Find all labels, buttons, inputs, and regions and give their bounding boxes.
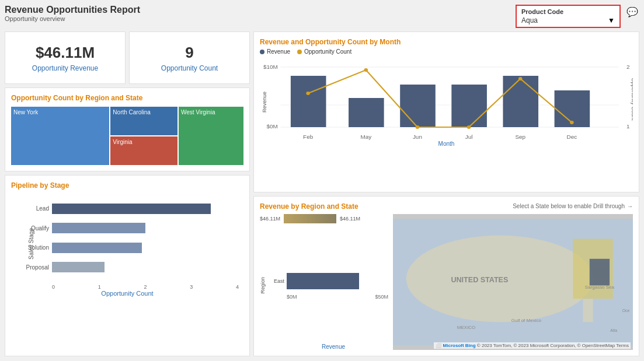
- drill-through[interactable]: Select a State below to enable Drill thr…: [513, 203, 633, 209]
- svg-text:$0M: $0M: [267, 123, 278, 129]
- svg-point-13: [306, 92, 310, 95]
- svg-rect-30: [590, 258, 610, 285]
- right-panel: Revenue and Opportunity Count by Month R…: [253, 31, 639, 356]
- treemap-cell-virginia[interactable]: Virginia: [110, 136, 177, 165]
- svg-text:Dec: Dec: [567, 134, 577, 139]
- treemap-label-northcarolina: North Carolina: [113, 109, 150, 115]
- region-title: Revenue by Region and State: [260, 202, 358, 211]
- range-min: $46.11M: [260, 216, 280, 222]
- revenue-chart-card: Revenue and Opportunity Count by Month R…: [253, 31, 639, 192]
- filter-value: Aqua: [521, 16, 538, 24]
- treemap[interactable]: New York North Carolina Virginia West Vi…: [11, 107, 243, 165]
- range-max: $46.11M: [340, 216, 360, 222]
- region-x-ticks: $0M $50M: [287, 294, 388, 300]
- revenue-chart-svg: $10M $0M 2 1: [260, 58, 633, 146]
- legend-opcount-dot: [297, 50, 302, 54]
- legend-revenue: Revenue: [260, 48, 290, 55]
- bar-fill-solution: [52, 243, 142, 253]
- svg-point-14: [364, 68, 368, 72]
- region-bar-east-label: East: [268, 278, 284, 284]
- svg-text:Jul: Jul: [465, 134, 473, 139]
- pipeline-bar-qualify[interactable]: Qualify: [52, 222, 239, 234]
- treemap-label-virginia: Virginia: [113, 139, 132, 145]
- svg-rect-8: [349, 98, 384, 127]
- bar-fill-proposal: [52, 262, 105, 272]
- chat-icon[interactable]: 💬: [625, 5, 639, 19]
- revenue-label: Opportunity Revenue: [32, 64, 98, 72]
- attribution-text: © 2023 TomTom, © 2023 Microsoft Corporat…: [477, 343, 629, 348]
- map-svg: UNITED STATES Gulf of Mexico MEXICO Sarg…: [393, 214, 633, 351]
- svg-text:Sargasso Sea: Sargasso Sea: [585, 285, 615, 290]
- region-x-title: Revenue: [279, 344, 388, 350]
- top-bar: Revenue Opportunities Report Opportunity…: [5, 5, 639, 28]
- page-title: Revenue Opportunities Report: [5, 5, 140, 15]
- revenue-chart-area: $10M $0M 2 1: [260, 58, 633, 146]
- svg-point-17: [518, 77, 523, 80]
- product-code-filter[interactable]: Product Code Aqua ▼: [516, 5, 621, 28]
- bing-logo: ⬜ Microsoft Bing: [436, 343, 475, 348]
- gradient-bar: [284, 214, 336, 223]
- treemap-label-westvirginia: West Virginia: [181, 109, 215, 115]
- svg-text:MEXICO: MEXICO: [457, 324, 476, 330]
- legend-revenue-label: Revenue: [267, 48, 290, 55]
- chart-legend: Revenue Opportunity Count: [260, 48, 633, 55]
- month-label: Month: [438, 141, 455, 147]
- filter-label: Product Code: [521, 8, 615, 15]
- bar-label-lead: Lead: [20, 205, 49, 212]
- region-bar-east[interactable]: East: [268, 273, 388, 289]
- svg-point-15: [416, 125, 420, 129]
- pipeline-bar-solution[interactable]: Solution: [52, 241, 239, 254]
- region-bars: East $0M $50M: [268, 227, 388, 344]
- treemap-title: Opportunity Count by Region and State: [11, 94, 243, 102]
- region-content: $46.11M $46.11M Region East: [260, 214, 633, 351]
- revenue-kpi-card: $46.11M Opportunity Revenue: [5, 31, 126, 84]
- bar-label-solution: Solution: [20, 244, 49, 251]
- region-y-title: Region: [260, 227, 266, 344]
- pipeline-title: Pipeline by Stage: [11, 181, 243, 190]
- filter-select[interactable]: Aqua ▼: [521, 15, 615, 24]
- svg-text:Gulf of Mexico: Gulf of Mexico: [511, 318, 542, 323]
- region-map-card: Revenue by Region and State Select a Sta…: [253, 196, 639, 357]
- treemap-cell-westvirginia[interactable]: West Virginia: [179, 107, 243, 165]
- region-chart-inner: Region East $0M $50M: [260, 227, 388, 344]
- title-section: Revenue Opportunities Report Opportunity…: [5, 5, 140, 22]
- svg-text:UNITED STATES: UNITED STATES: [451, 275, 509, 283]
- count-kpi-card: 9 Opportunity Count: [129, 31, 250, 84]
- revenue-value: $46.11M: [36, 44, 95, 62]
- svg-text:Oce: Oce: [622, 309, 630, 313]
- count-label: Opportunity Count: [161, 64, 218, 72]
- treemap-cell-newyork[interactable]: New York: [11, 107, 109, 165]
- svg-text:Atla: Atla: [610, 328, 617, 332]
- bar-label-qualify: Qualify: [20, 225, 49, 232]
- region-bar-section: $46.11M $46.11M Region East: [260, 214, 388, 351]
- pipeline-bar-lead[interactable]: Lead: [52, 202, 239, 215]
- pipeline-card: Pipeline by Stage Sales Stage Lead Quali…: [5, 175, 250, 356]
- svg-point-18: [570, 121, 574, 124]
- svg-rect-9: [400, 85, 436, 127]
- pipeline-bar-proposal[interactable]: Proposal: [52, 261, 239, 274]
- svg-rect-10: [451, 85, 487, 127]
- legend-opcount: Opportunity Count: [297, 48, 351, 55]
- drill-through-label: Select a State below to enable Drill thr…: [513, 203, 625, 209]
- svg-text:1: 1: [626, 123, 630, 129]
- chevron-down-icon: ▼: [608, 16, 615, 24]
- svg-text:Jun: Jun: [413, 134, 422, 139]
- main-content: $46.11M Opportunity Revenue 9 Opportunit…: [5, 31, 639, 356]
- svg-point-16: [467, 125, 471, 129]
- svg-text:Opportunity Count: Opportunity Count: [631, 78, 633, 121]
- arrow-right-icon: →: [627, 203, 633, 209]
- dashboard: Revenue Opportunities Report Opportunity…: [0, 0, 644, 361]
- treemap-label-newyork: New York: [13, 109, 38, 115]
- map-area: UNITED STATES Gulf of Mexico MEXICO Sarg…: [393, 214, 633, 351]
- treemap-cell-northcarolina[interactable]: North Carolina: [110, 107, 177, 135]
- region-bar-east-fill: [287, 273, 359, 289]
- svg-rect-11: [503, 76, 538, 127]
- revenue-chart-title: Revenue and Opportunity Count by Month: [260, 38, 633, 46]
- pipeline-y-title: Sales Stage: [28, 228, 34, 260]
- pipeline-x-ticks: 0 1 2 3 4: [52, 284, 239, 290]
- pipeline-bars: Lead Qualify Solution: [52, 199, 239, 277]
- svg-rect-7: [291, 76, 326, 127]
- svg-rect-31: [583, 299, 593, 322]
- map-attribution: ⬜ Microsoft Bing © 2023 TomTom, © 2023 M…: [434, 342, 631, 349]
- bar-fill-qualify: [52, 223, 145, 233]
